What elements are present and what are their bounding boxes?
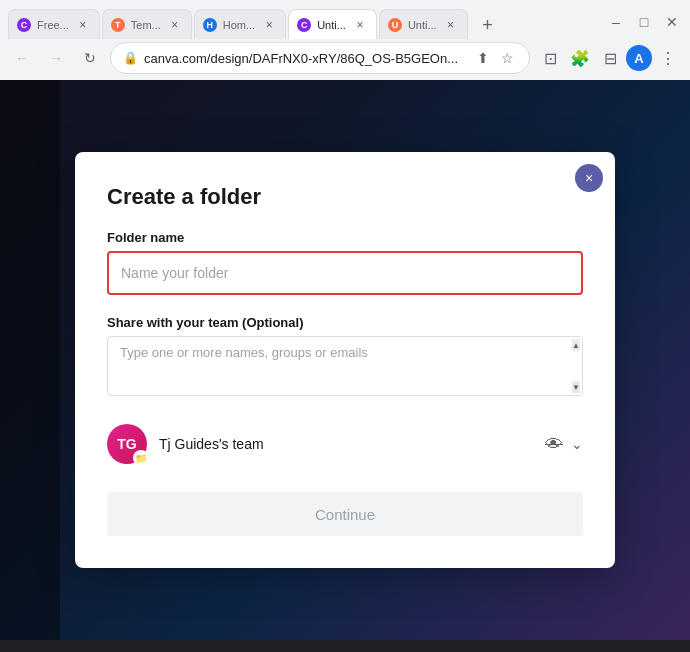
share-label: Share with your team (Optional) [107,315,583,330]
tab5-close[interactable]: × [443,17,459,33]
window-close-button[interactable]: ✕ [662,12,682,32]
tab-untitled2[interactable]: U Unti... × [379,9,468,39]
team-name: Tj Guides's team [159,436,533,452]
forward-button[interactable]: → [42,44,70,72]
tab4-favicon: C [297,18,311,32]
title-bar: C Free... × T Tem... × H Hom... × C Unti… [0,0,690,38]
create-folder-modal: × Create a folder Folder name Share with… [75,152,615,568]
tab-untitled-active[interactable]: C Unti... × [288,9,377,39]
scrollbar[interactable]: ▲ ▼ [572,339,580,393]
address-text: canva.com/design/DAFrNX0-xRY/86Q_OS-B5GE… [144,51,467,66]
page-content: × Create a folder Folder name Share with… [0,80,690,640]
extensions-icon[interactable]: 🧩 [566,44,594,72]
address-icons: ⬆ ☆ [473,48,517,68]
team-row: TG 📁 Tj Guides's team 👁 ⌄ [107,416,583,472]
team-avatar: TG 📁 [107,424,147,464]
sidebar-icon[interactable]: ⊟ [596,44,624,72]
team-avatar-text: TG [117,436,136,452]
tab5-label: Unti... [408,19,437,31]
tab1-favicon: C [17,18,31,32]
tab-home[interactable]: H Hom... × [194,9,286,39]
tab2-label: Tem... [131,19,161,31]
share-icon[interactable]: ⬆ [473,48,493,68]
tab1-close[interactable]: × [75,17,91,33]
folder-name-label: Folder name [107,230,583,245]
modal-close-button[interactable]: × [575,164,603,192]
toolbar-icons: ⊡ 🧩 ⊟ A ⋮ [536,44,682,72]
continue-button[interactable]: Continue [107,492,583,536]
share-input-wrapper: ▲ ▼ [107,336,583,396]
new-tab-button[interactable]: + [474,11,502,39]
window-controls: – □ ✕ [606,12,682,32]
modal-title: Create a folder [107,184,583,210]
refresh-button[interactable]: ↻ [76,44,104,72]
tab4-close[interactable]: × [352,17,368,33]
address-bar[interactable]: 🔒 canva.com/design/DAFrNX0-xRY/86Q_OS-B5… [110,42,530,74]
tab3-label: Hom... [223,19,255,31]
tab4-label: Unti... [317,19,346,31]
tab-template[interactable]: T Tem... × [102,9,192,39]
tab1-label: Free... [37,19,69,31]
share-input[interactable] [120,345,570,360]
address-bar-row: ← → ↻ 🔒 canva.com/design/DAFrNX0-xRY/86Q… [0,38,690,80]
back-button[interactable]: ← [8,44,36,72]
team-actions: 👁 ⌄ [545,434,583,455]
folder-badge: 📁 [133,450,149,466]
minimize-button[interactable]: – [606,12,626,32]
menu-icon[interactable]: ⋮ [654,44,682,72]
maximize-button[interactable]: □ [634,12,654,32]
tabs-row: C Free... × T Tem... × H Hom... × C Unti… [8,5,606,39]
modal-overlay: × Create a folder Folder name Share with… [0,80,690,640]
tab3-close[interactable]: × [261,17,277,33]
tab-freepik[interactable]: C Free... × [8,9,100,39]
tab3-favicon: H [203,18,217,32]
folder-name-input[interactable] [107,251,583,295]
profile-button[interactable]: A [626,45,652,71]
chevron-down-icon[interactable]: ⌄ [571,436,583,452]
scroll-down-arrow[interactable]: ▼ [572,381,580,393]
lock-icon: 🔒 [123,51,138,65]
tab5-favicon: U [388,18,402,32]
tab2-close[interactable]: × [167,17,183,33]
bookmark-icon[interactable]: ☆ [497,48,517,68]
screenshot-icon[interactable]: ⊡ [536,44,564,72]
scroll-up-arrow[interactable]: ▲ [572,339,580,351]
browser-window: C Free... × T Tem... × H Hom... × C Unti… [0,0,690,80]
visibility-toggle-icon[interactable]: 👁 [545,434,563,455]
tab2-favicon: T [111,18,125,32]
